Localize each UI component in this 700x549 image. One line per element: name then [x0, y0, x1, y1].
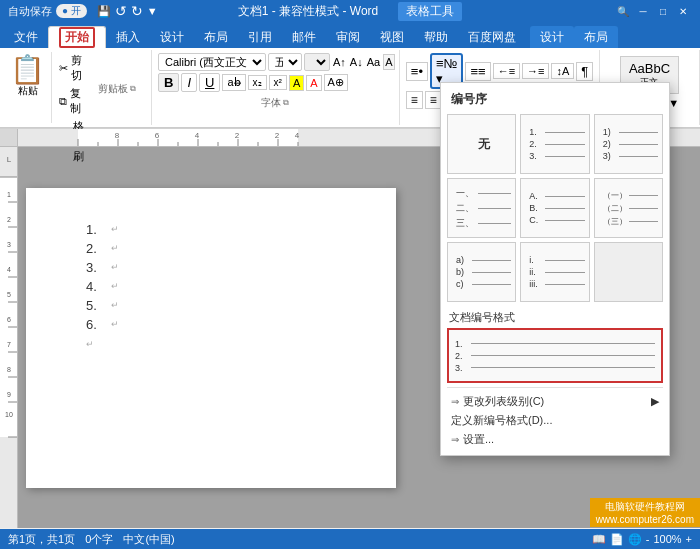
- tab-insert[interactable]: 插入: [106, 26, 150, 48]
- text-effects-btn[interactable]: A⊕: [324, 74, 348, 91]
- subscript-btn[interactable]: x₂: [248, 75, 267, 90]
- increase-indent-btn[interactable]: →≡: [522, 63, 549, 79]
- copy-icon: ⧉: [59, 95, 67, 108]
- tab-layout2[interactable]: 布局: [574, 26, 618, 48]
- paste-label: 粘贴: [18, 84, 38, 98]
- read-view-btn[interactable]: 📖: [592, 533, 606, 546]
- highlight-btn[interactable]: A: [289, 75, 304, 91]
- ch-paren-line-2: （二）: [603, 203, 658, 214]
- svg-text:4: 4: [195, 131, 200, 140]
- sort-btn[interactable]: ↕A: [551, 63, 574, 79]
- chinese-line-3: 三、: [456, 217, 511, 230]
- set-value-item[interactable]: ⇒ 设置...: [447, 430, 663, 449]
- numbering-arabic[interactable]: 1. 2. 3.: [520, 114, 589, 174]
- tab-help[interactable]: 帮助: [414, 26, 458, 48]
- zoom-in-btn[interactable]: +: [686, 533, 692, 546]
- font-color-btn[interactable]: A: [306, 75, 321, 91]
- doc-format-cell[interactable]: 1. 2. 3.: [447, 328, 663, 383]
- print-view-btn[interactable]: 📄: [610, 533, 624, 546]
- tab-home[interactable]: 开始: [48, 26, 106, 48]
- superscript-btn[interactable]: x²: [269, 75, 287, 90]
- change-case-btn[interactable]: Aa: [366, 55, 381, 69]
- return-arrow-4: ↵: [111, 281, 119, 291]
- define-new-item[interactable]: 定义新编号格式(D)...: [447, 411, 663, 430]
- svg-text:9: 9: [7, 391, 11, 398]
- font-expand-icon[interactable]: ⧉: [283, 98, 289, 108]
- shrink-font-btn[interactable]: A↓: [349, 55, 364, 69]
- set-value-icon: ⇒: [451, 434, 459, 445]
- strikethrough-btn[interactable]: ab̶: [222, 74, 245, 91]
- bold-btn[interactable]: B: [158, 73, 179, 92]
- tab-design2[interactable]: 设计: [530, 26, 574, 48]
- tab-mail[interactable]: 邮件: [282, 26, 326, 48]
- dropdown-footer: ⇒ 更改列表级别(C) ▶ 定义新编号格式(D)... ⇒ 设置...: [447, 387, 663, 449]
- paste-button[interactable]: 📋 粘贴: [4, 52, 51, 123]
- autosave-toggle[interactable]: ● 开: [56, 4, 87, 18]
- alpha-line-1: A.: [529, 191, 584, 201]
- undo-btn[interactable]: ↺: [115, 3, 127, 19]
- watermark-area: 电脑软硬件教程网 www.computer26.com: [590, 498, 700, 527]
- font-name-select[interactable]: Calibri (西文正文: [158, 53, 266, 71]
- alpha-line-2: B.: [529, 203, 584, 213]
- return-arrow-1: ↵: [111, 224, 119, 234]
- underline-btn[interactable]: U: [199, 73, 220, 92]
- numbering-none[interactable]: 无: [447, 114, 516, 174]
- svg-text:8: 8: [115, 131, 120, 140]
- line-num-3: 3.: [86, 260, 106, 275]
- save-icon[interactable]: 💾: [97, 5, 111, 18]
- tab-layout[interactable]: 布局: [194, 26, 238, 48]
- minimize-btn[interactable]: ─: [634, 3, 652, 19]
- doc-line-6: 6. ↵: [86, 317, 346, 332]
- left-ruler-svg: L 1 2 3 4 5 6 7 8 9 10: [0, 147, 18, 528]
- show-marks-btn[interactable]: ¶: [576, 62, 593, 81]
- zoom-out-btn[interactable]: -: [646, 533, 650, 546]
- font-size-select[interactable]: [304, 53, 330, 71]
- tab-ref[interactable]: 引用: [238, 26, 282, 48]
- extra-return: ↵: [86, 339, 94, 349]
- numbering-upper-alpha[interactable]: A. B. C.: [520, 178, 589, 238]
- tab-design[interactable]: 设计: [150, 26, 194, 48]
- align-left-btn[interactable]: ≡: [406, 91, 423, 109]
- numbering-chinese-paren[interactable]: （一） （二） （三）: [594, 178, 663, 238]
- toolbar-expand[interactable]: ▼: [147, 5, 158, 17]
- svg-text:L: L: [7, 155, 12, 164]
- tab-baidu[interactable]: 百度网盘: [458, 26, 526, 48]
- numbering-dropdown: 编号序 无 1. 2. 3. 1) 2) 3) 一、 二、 三、 A.: [440, 82, 670, 456]
- bullet-list-btn[interactable]: ≡•: [406, 62, 428, 81]
- font-size-name-select[interactable]: 五号: [268, 53, 302, 71]
- numbering-lower-alpha[interactable]: a) b) c): [447, 242, 516, 302]
- font-name-row: Calibri (西文正文 五号 A↑ A↓ Aa A: [158, 53, 393, 71]
- search-ribbon-btn[interactable]: 🔍: [614, 3, 632, 19]
- web-view-btn[interactable]: 🌐: [628, 533, 642, 546]
- tab-review[interactable]: 审阅: [326, 26, 370, 48]
- numbering-empty[interactable]: [594, 242, 663, 302]
- grow-font-btn[interactable]: A↑: [332, 55, 347, 69]
- doc-format-line-2: 2.: [455, 351, 655, 361]
- clipboard-expand-icon[interactable]: ⧉: [130, 84, 136, 94]
- tab-view[interactable]: 视图: [370, 26, 414, 48]
- decrease-indent-btn[interactable]: ←≡: [493, 63, 520, 79]
- numbering-roman[interactable]: i. ii. iii.: [520, 242, 589, 302]
- italic-btn[interactable]: I: [181, 73, 197, 92]
- clear-format-btn[interactable]: A: [383, 54, 394, 70]
- close-btn[interactable]: ✕: [674, 3, 692, 19]
- ch-paren-line-1: （一）: [603, 190, 658, 201]
- doc-line-1: 1. ↵: [86, 222, 346, 237]
- multilevel-list-btn[interactable]: ≡≡: [465, 62, 490, 81]
- cut-button[interactable]: ✂ 剪切: [56, 52, 87, 84]
- numbering-chinese[interactable]: 一、 二、 三、: [447, 178, 516, 238]
- copy-button[interactable]: ⧉ 复制: [56, 85, 87, 117]
- svg-text:1: 1: [7, 191, 11, 198]
- line-num-5: 5.: [86, 298, 106, 313]
- redo-btn[interactable]: ↻: [131, 3, 143, 19]
- word-count: 0个字: [85, 532, 113, 547]
- maximize-btn[interactable]: □: [654, 3, 672, 19]
- svg-text:6: 6: [155, 131, 160, 140]
- svg-text:4: 4: [295, 131, 300, 140]
- numbering-paren[interactable]: 1) 2) 3): [594, 114, 663, 174]
- change-level-item[interactable]: ⇒ 更改列表级别(C) ▶: [447, 392, 663, 411]
- change-level-label: 更改列表级别(C): [463, 394, 544, 409]
- paren-line-2: 2): [603, 139, 658, 149]
- tab-file[interactable]: 文件: [4, 26, 48, 48]
- doc-format-title: 文档编号格式: [447, 306, 663, 328]
